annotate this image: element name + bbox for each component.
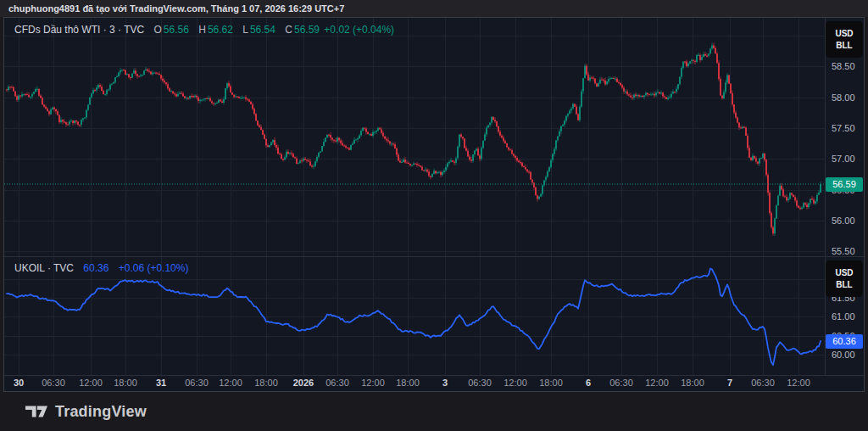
candle-body	[92, 90, 94, 93]
candle-body	[84, 117, 86, 118]
candle-body	[33, 92, 35, 94]
candle-body	[247, 99, 248, 100]
candle-body	[618, 82, 620, 83]
unit-label[interactable]: BLL	[836, 280, 852, 289]
candle-body	[250, 102, 252, 104]
candle-body	[120, 70, 121, 73]
candle-body	[548, 167, 550, 171]
candle-body	[804, 203, 806, 204]
time-tick-18:00: 18:00	[389, 375, 426, 391]
candle-body	[733, 104, 735, 112]
candle-body	[667, 98, 669, 99]
candle-body	[286, 152, 287, 158]
candle-body	[75, 120, 77, 121]
candle-body	[708, 53, 709, 55]
candle-body	[813, 199, 815, 203]
candle-body	[226, 83, 228, 88]
candle-body	[262, 130, 264, 135]
candle-body	[604, 81, 606, 85]
candle-body	[30, 97, 31, 98]
candle-body	[442, 172, 443, 175]
wti-price-tick: 55.50	[832, 245, 864, 257]
candle-body	[501, 136, 503, 138]
candle-body	[162, 79, 164, 81]
candle-body	[593, 78, 594, 79]
time-tick-30: 30	[0, 375, 37, 391]
candle-body	[284, 157, 286, 160]
candle-body	[269, 145, 270, 147]
candle-body	[718, 63, 720, 79]
currency-unit-toggle-top[interactable]: USD BLL	[826, 21, 863, 58]
candle-body	[369, 134, 370, 135]
candle-body	[48, 111, 50, 114]
unit-label[interactable]: BLL	[836, 41, 852, 50]
ukoil-price-tick: 60.00	[832, 349, 864, 361]
candle-body	[771, 213, 772, 227]
candle-body	[265, 139, 267, 145]
candle-body	[289, 153, 291, 154]
candle-body	[367, 132, 369, 134]
candle-body	[140, 76, 142, 76]
candle-body	[194, 96, 196, 98]
candle-body	[547, 171, 548, 176]
candle-body	[330, 135, 331, 137]
time-axis[interactable]: 3006:3012:0018:003106:3012:0018:00202606…	[4, 375, 864, 391]
candle-body	[577, 115, 579, 120]
candle-body	[626, 92, 628, 94]
candle-body	[474, 151, 476, 155]
candle-body	[169, 88, 170, 91]
candle-body	[126, 74, 128, 75]
candle-body	[647, 92, 648, 94]
time-tick-06:30: 06:30	[603, 375, 640, 391]
candle-body	[559, 132, 560, 137]
candle-body	[481, 148, 482, 159]
candle-body	[669, 98, 670, 98]
candle-body	[477, 149, 479, 156]
candle-body	[637, 95, 638, 96]
candle-body	[440, 172, 442, 175]
candle-body	[150, 71, 152, 74]
candle-body	[745, 127, 747, 136]
candle-body	[186, 98, 187, 98]
candle-body	[403, 160, 404, 162]
candle-body	[394, 144, 396, 148]
candle-body	[323, 142, 325, 146]
candle-body	[520, 162, 521, 163]
candle-body	[221, 102, 223, 103]
candle-body	[287, 152, 289, 154]
candle-body	[199, 100, 201, 102]
candle-body	[303, 159, 304, 161]
candle-body	[121, 70, 123, 70]
candle-body	[594, 78, 596, 83]
candle-body	[26, 94, 28, 95]
candle-body	[116, 76, 118, 77]
candle-body	[587, 75, 589, 81]
candle-body	[245, 98, 247, 99]
candle-body	[709, 49, 711, 54]
currency-unit-toggle-bottom[interactable]: USD BLL	[826, 260, 863, 297]
candle-body	[135, 70, 136, 74]
candle-body	[499, 132, 501, 136]
candle-body	[38, 89, 40, 96]
chart-plot-area[interactable]	[4, 18, 864, 391]
candle-body	[599, 80, 601, 84]
candle-body	[445, 167, 447, 171]
candle-body	[431, 174, 433, 177]
candle-body	[159, 74, 160, 75]
candle-body	[347, 148, 348, 148]
candle-body	[425, 170, 426, 171]
candle-body	[513, 154, 515, 155]
candle-body	[760, 158, 762, 159]
currency-label[interactable]: USD	[835, 29, 853, 38]
candle-body	[713, 46, 715, 48]
candle-body	[726, 75, 728, 82]
candle-body	[18, 95, 19, 99]
candle-body	[214, 104, 216, 104]
candle-body	[737, 118, 738, 123]
candle-body	[313, 166, 314, 167]
currency-label[interactable]: USD	[835, 268, 853, 277]
tradingview-logo[interactable]: TradingView	[25, 403, 147, 421]
candle-body	[396, 148, 398, 155]
candle-body	[660, 92, 662, 93]
candle-body	[472, 154, 474, 161]
